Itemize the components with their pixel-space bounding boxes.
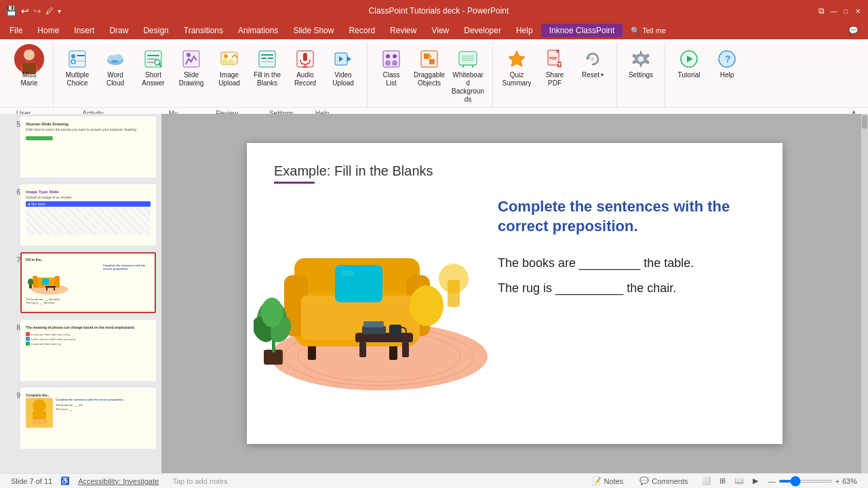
accessibility-text[interactable]: Accessibility: Investigate: [78, 477, 159, 485]
menu-view[interactable]: View: [425, 24, 456, 37]
menu-insert[interactable]: Insert: [67, 24, 101, 37]
svg-point-5: [71, 54, 75, 58]
word-cloud-btn[interactable]: abc WordCloud: [97, 45, 134, 91]
sentence-2: The rug is __________ the chair.: [498, 281, 755, 296]
share-pdf-label: SharePDF: [546, 71, 564, 87]
reset-label: Reset ▾: [582, 71, 604, 79]
slide-thumb-5[interactable]: 5 Shorter-Slide Drawing Click here to se…: [20, 117, 156, 178]
save-icon[interactable]: 💾: [5, 5, 17, 16]
svg-rect-24: [261, 54, 273, 56]
customize-icon[interactable]: 🖊: [45, 6, 54, 16]
undo-icon[interactable]: ↩: [21, 5, 29, 16]
slideshow-btn[interactable]: ▶: [748, 475, 763, 487]
minimize-btn[interactable]: —: [829, 6, 838, 16]
scrollbar-thumb[interactable]: [862, 115, 867, 129]
slide-sorter-btn[interactable]: ⊞: [715, 475, 730, 487]
notes-icon: 📝: [592, 476, 601, 485]
maximize-btn[interactable]: □: [841, 6, 850, 16]
settings-label: Settings: [629, 71, 653, 79]
close-btn[interactable]: ✕: [853, 6, 863, 16]
slide-drawing-btn[interactable]: SlideDrawing: [173, 45, 210, 91]
menu-slideshow[interactable]: Slide Show: [286, 24, 340, 37]
svg-rect-91: [359, 342, 366, 357]
multiple-choice-btn[interactable]: MultipleChoice: [59, 45, 96, 91]
user-profile-btn[interactable]: MissMarie: [11, 45, 47, 91]
restore-btn[interactable]: ⧉: [816, 6, 826, 16]
avatar: [14, 44, 44, 74]
svg-point-22: [224, 54, 228, 58]
svg-text:↺: ↺: [590, 57, 594, 62]
reset-btn[interactable]: ↺ Reset ▾: [574, 45, 611, 83]
user-name-label: MissMarie: [20, 71, 37, 87]
comments-btn[interactable]: 💬 Comments: [634, 476, 693, 485]
reading-view-btn[interactable]: 📖: [732, 475, 747, 487]
notes-btn[interactable]: 📝 Notes: [587, 476, 629, 485]
right-content: Complete the sentences with the correct …: [498, 197, 755, 296]
svg-rect-6: [77, 55, 85, 56]
audio-record-btn[interactable]: AudioRecord: [287, 45, 323, 91]
canvas-scrollbar[interactable]: [861, 114, 868, 473]
slide-thumb-9[interactable]: 9 Complete the... Complete th: [20, 388, 156, 449]
video-upload-btn[interactable]: VideoUpload: [325, 45, 361, 91]
quick-access-toolbar[interactable]: 💾 ↩ ↪ 🖊 ▾: [5, 5, 61, 16]
whiteboard-btn[interactable]: WhiteboardBackgrounds: [449, 45, 487, 107]
short-answer-btn[interactable]: ShortAnswer: [135, 45, 172, 91]
image-upload-btn[interactable]: ImageUpload: [211, 45, 248, 91]
window-controls[interactable]: ⧉ — □ ✕: [816, 6, 863, 16]
menu-transitions[interactable]: Transitions: [177, 24, 230, 37]
draggable-btn[interactable]: DraggableObjects: [411, 45, 448, 91]
menu-chat[interactable]: 💬: [842, 24, 865, 37]
menu-help[interactable]: Help: [509, 24, 540, 37]
audio-record-label: AudioRecord: [294, 71, 316, 87]
menu-draw[interactable]: Draw: [102, 24, 135, 37]
settings-btn[interactable]: Settings: [623, 45, 659, 83]
status-right: 📝 Notes 💬 Comments ⬜ ⊞ 📖 ▶ — + 63%: [587, 475, 857, 487]
menu-tellme[interactable]: 🔍 Tell me: [624, 24, 673, 37]
fill-blanks-btn[interactable]: Fill in theBlanks: [249, 45, 285, 91]
help-btn[interactable]: ? Help: [709, 45, 745, 83]
class-list-btn[interactable]: ClassList: [373, 45, 410, 91]
fill-blanks-label: Fill in theBlanks: [254, 71, 281, 87]
slide-thumb-7[interactable]: 7 Fill in the...: [20, 252, 156, 313]
slide-num-5: 5: [9, 121, 20, 128]
menu-animations[interactable]: Animations: [231, 24, 285, 37]
notes-bar: Slide 7 of 11 ♿ Accessibility: Investiga…: [0, 473, 868, 488]
svg-text:abc: abc: [111, 59, 119, 63]
menu-file[interactable]: File: [3, 24, 29, 37]
zoom-in-btn[interactable]: +: [835, 477, 840, 485]
redo-icon[interactable]: ↪: [33, 5, 41, 16]
svg-point-101: [261, 298, 283, 327]
window-title: ClassPoint Tutorials deck - PowerPoint: [61, 6, 816, 16]
menu-design[interactable]: Design: [136, 24, 175, 37]
menu-home[interactable]: Home: [31, 24, 66, 37]
menu-review[interactable]: Review: [383, 24, 423, 37]
menu-classpoint[interactable]: Inknoe ClassPoint: [541, 24, 623, 37]
help-label: Help: [720, 71, 734, 79]
quiz-summary-btn[interactable]: QuizSummary: [498, 45, 535, 91]
zoom-out-btn[interactable]: —: [768, 477, 776, 485]
canvas-area[interactable]: Example: Fill in the Blanks: [161, 114, 868, 473]
slide-thumb-6[interactable]: 6 Image Type Slide Upload an image of an…: [20, 184, 156, 245]
ribbon-group-user: MissMarie: [5, 42, 54, 107]
zoom-range[interactable]: [778, 480, 833, 483]
svg-rect-25: [261, 58, 267, 59]
svg-rect-71: [45, 286, 56, 288]
svg-point-76: [31, 418, 48, 425]
tap-to-add-notes[interactable]: Tap to add notes: [172, 477, 227, 485]
image-upload-label: ImageUpload: [218, 71, 240, 87]
svg-point-74: [33, 399, 46, 413]
slide-thumb-8[interactable]: 8 The meaning of phrase can change based…: [20, 320, 156, 381]
slide-num-9: 9: [9, 392, 20, 399]
svg-rect-38: [385, 60, 391, 66]
menu-developer[interactable]: Developer: [457, 24, 508, 37]
ribbon-group-help: Tutorial ? Help: [665, 42, 751, 107]
view-buttons: ⬜ ⊞ 📖 ▶: [699, 475, 763, 487]
share-pdf-btn[interactable]: PDF SharePDF: [536, 45, 573, 91]
svg-rect-95: [389, 325, 401, 336]
svg-rect-88: [340, 270, 354, 276]
normal-view-btn[interactable]: ⬜: [699, 475, 714, 487]
tutorial-label: Tutorial: [678, 71, 701, 79]
slide-drawing-label: SlideDrawing: [179, 71, 204, 87]
menu-record[interactable]: Record: [342, 24, 382, 37]
tutorial-btn[interactable]: Tutorial: [671, 45, 707, 83]
